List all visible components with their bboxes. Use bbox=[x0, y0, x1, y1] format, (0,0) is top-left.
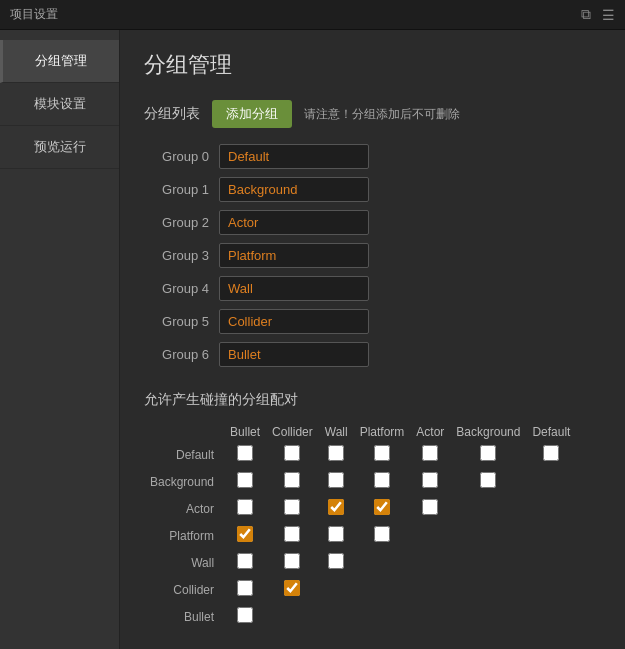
section-header: 分组列表 添加分组 请注意！分组添加后不可删除 bbox=[144, 100, 601, 128]
collision-row: Wall bbox=[144, 549, 576, 576]
collision-checkbox[interactable] bbox=[422, 445, 438, 461]
collision-col-header: Background bbox=[450, 423, 526, 441]
collision-cell bbox=[450, 441, 526, 468]
collision-row: Collider bbox=[144, 576, 576, 603]
collision-cell bbox=[319, 441, 354, 468]
section-label: 分组列表 bbox=[144, 105, 200, 123]
page-title: 分组管理 bbox=[144, 50, 601, 80]
collision-cell bbox=[319, 495, 354, 522]
group-input-2[interactable] bbox=[219, 210, 369, 235]
group-row: Group 6 bbox=[154, 342, 601, 367]
collision-col-header: Bullet bbox=[224, 423, 266, 441]
collision-cell bbox=[266, 495, 319, 522]
collision-checkbox[interactable] bbox=[284, 499, 300, 515]
collision-checkbox[interactable] bbox=[237, 553, 253, 569]
collision-checkbox[interactable] bbox=[480, 445, 496, 461]
collision-cell bbox=[224, 549, 266, 576]
collision-col-header: Platform bbox=[354, 423, 411, 441]
collision-table-container: BulletColliderWallPlatformActorBackgroun… bbox=[144, 423, 601, 630]
collision-cell bbox=[266, 576, 319, 603]
collision-row: Bullet bbox=[144, 603, 576, 630]
collision-checkbox[interactable] bbox=[328, 526, 344, 542]
group-rows: Group 0 Group 1 Group 2 Group 3 Group 4 … bbox=[154, 144, 601, 367]
warning-text: 请注意！分组添加后不可删除 bbox=[304, 106, 460, 123]
collision-cell bbox=[410, 441, 450, 468]
collision-row-label: Default bbox=[144, 441, 224, 468]
collision-cell bbox=[224, 576, 266, 603]
collision-col-header: Collider bbox=[266, 423, 319, 441]
group-input-1[interactable] bbox=[219, 177, 369, 202]
collision-col-header: Actor bbox=[410, 423, 450, 441]
collision-checkbox[interactable] bbox=[328, 499, 344, 515]
collision-checkbox[interactable] bbox=[284, 526, 300, 542]
collision-col-header: Default bbox=[526, 423, 576, 441]
collision-checkbox[interactable] bbox=[328, 553, 344, 569]
group-label: Group 3 bbox=[154, 248, 209, 263]
group-input-5[interactable] bbox=[219, 309, 369, 334]
title-bar-text: 项目设置 bbox=[10, 6, 58, 23]
title-bar: 项目设置 ⧉ ☰ bbox=[0, 0, 625, 30]
collision-checkbox[interactable] bbox=[284, 580, 300, 596]
sidebar-item-group-management[interactable]: 分组管理 bbox=[0, 40, 119, 83]
add-group-button[interactable]: 添加分组 bbox=[212, 100, 292, 128]
collision-checkbox[interactable] bbox=[237, 472, 253, 488]
collision-checkbox[interactable] bbox=[237, 526, 253, 542]
collision-row: Platform bbox=[144, 522, 576, 549]
restore-icon[interactable]: ⧉ bbox=[579, 8, 593, 22]
collision-table: BulletColliderWallPlatformActorBackgroun… bbox=[144, 423, 576, 630]
collision-checkbox[interactable] bbox=[422, 499, 438, 515]
collision-cell bbox=[224, 522, 266, 549]
title-bar-icons: ⧉ ☰ bbox=[579, 8, 615, 22]
group-row: Group 3 bbox=[154, 243, 601, 268]
group-label: Group 0 bbox=[154, 149, 209, 164]
collision-cell bbox=[354, 468, 411, 495]
collision-checkbox[interactable] bbox=[543, 445, 559, 461]
collision-checkbox[interactable] bbox=[374, 445, 390, 461]
collision-cell bbox=[266, 549, 319, 576]
sidebar-item-preview-run[interactable]: 预览运行 bbox=[0, 126, 119, 169]
collision-row-label: Platform bbox=[144, 522, 224, 549]
collision-checkbox[interactable] bbox=[374, 472, 390, 488]
sidebar-item-module-settings[interactable]: 模块设置 bbox=[0, 83, 119, 126]
menu-icon[interactable]: ☰ bbox=[601, 8, 615, 22]
group-input-0[interactable] bbox=[219, 144, 369, 169]
collision-row: Default bbox=[144, 441, 576, 468]
group-label: Group 1 bbox=[154, 182, 209, 197]
collision-cell bbox=[266, 441, 319, 468]
collision-checkbox[interactable] bbox=[374, 526, 390, 542]
group-input-6[interactable] bbox=[219, 342, 369, 367]
collision-cell bbox=[319, 549, 354, 576]
collision-checkbox[interactable] bbox=[237, 445, 253, 461]
collision-row-label: Bullet bbox=[144, 603, 224, 630]
layout: 分组管理 模块设置 预览运行 分组管理 分组列表 添加分组 请注意！分组添加后不… bbox=[0, 30, 625, 649]
main-content: 分组管理 分组列表 添加分组 请注意！分组添加后不可删除 Group 0 Gro… bbox=[120, 30, 625, 649]
collision-row-label: Wall bbox=[144, 549, 224, 576]
collision-cell bbox=[410, 495, 450, 522]
collision-cell bbox=[450, 468, 526, 495]
collision-row: Background bbox=[144, 468, 576, 495]
collision-checkbox[interactable] bbox=[328, 445, 344, 461]
collision-checkbox[interactable] bbox=[422, 472, 438, 488]
group-input-4[interactable] bbox=[219, 276, 369, 301]
collision-checkbox[interactable] bbox=[237, 580, 253, 596]
collision-cell bbox=[224, 603, 266, 630]
collision-checkbox[interactable] bbox=[374, 499, 390, 515]
collision-checkbox[interactable] bbox=[237, 499, 253, 515]
collision-cell bbox=[224, 468, 266, 495]
collision-checkbox[interactable] bbox=[284, 445, 300, 461]
sidebar: 分组管理 模块设置 预览运行 bbox=[0, 30, 120, 649]
collision-checkbox[interactable] bbox=[284, 472, 300, 488]
group-row: Group 5 bbox=[154, 309, 601, 334]
collision-checkbox[interactable] bbox=[480, 472, 496, 488]
collision-cell bbox=[224, 495, 266, 522]
collision-checkbox[interactable] bbox=[237, 607, 253, 623]
collision-row-label: Background bbox=[144, 468, 224, 495]
collision-cell bbox=[526, 441, 576, 468]
collision-checkbox[interactable] bbox=[284, 553, 300, 569]
group-input-3[interactable] bbox=[219, 243, 369, 268]
collision-row-label: Collider bbox=[144, 576, 224, 603]
group-row: Group 2 bbox=[154, 210, 601, 235]
collision-row-label: Actor bbox=[144, 495, 224, 522]
collision-checkbox[interactable] bbox=[328, 472, 344, 488]
group-row: Group 1 bbox=[154, 177, 601, 202]
